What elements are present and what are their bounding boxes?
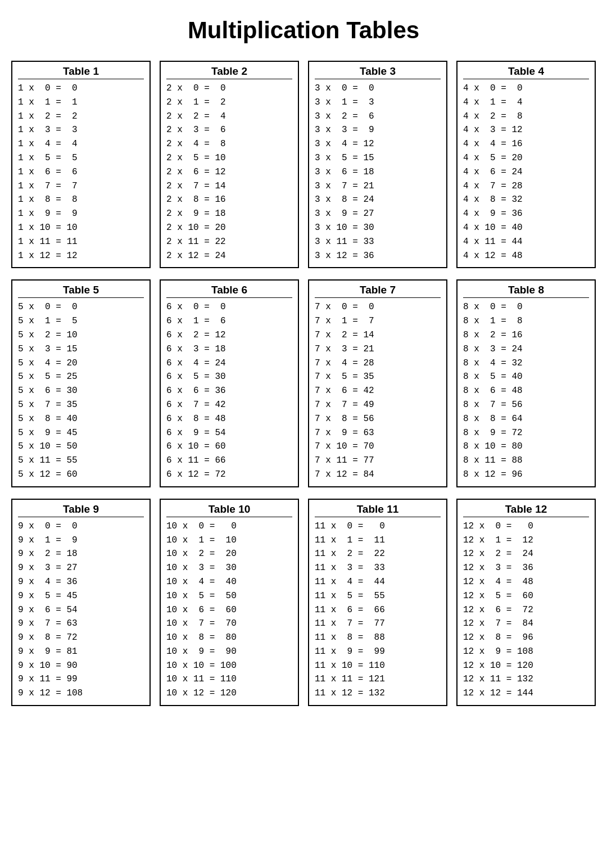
table-row: 12 x 0 = 0 — [463, 519, 589, 534]
table-1: Table 11 x 0 = 01 x 1 = 11 x 2 = 21 x 3 … — [11, 61, 151, 268]
table-row: 11 x 2 = 22 — [315, 547, 441, 561]
table-row: 1 x 9 = 9 — [18, 207, 144, 221]
table-row: 12 x 12 = 144 — [463, 686, 589, 700]
table-row: 3 x 6 = 18 — [315, 165, 441, 179]
table-row: 10 x 11 = 110 — [166, 672, 292, 686]
table-row: 1 x 3 = 3 — [18, 123, 144, 137]
table-row: 8 x 4 = 32 — [463, 356, 589, 370]
table-row: 11 x 10 = 110 — [315, 659, 441, 673]
table-title-5: Table 5 — [18, 284, 144, 298]
table-row: 5 x 5 = 25 — [18, 370, 144, 384]
table-row: 10 x 0 = 0 — [166, 519, 292, 534]
table-row: 9 x 9 = 81 — [18, 645, 144, 659]
table-row: 7 x 11 = 77 — [315, 454, 441, 468]
table-12: Table 1212 x 0 = 012 x 1 = 1212 x 2 = 24… — [456, 499, 596, 706]
table-row: 8 x 2 = 16 — [463, 328, 589, 342]
table-row: 10 x 4 = 40 — [166, 575, 292, 589]
page-title: Multiplication Tables — [11, 17, 596, 44]
table-row: 10 x 3 = 30 — [166, 561, 292, 575]
table-row: 1 x 10 = 10 — [18, 221, 144, 235]
table-row: 2 x 9 = 18 — [166, 207, 292, 221]
table-row: 4 x 4 = 16 — [463, 137, 589, 151]
table-row: 3 x 9 = 27 — [315, 207, 441, 221]
table-row: 5 x 11 = 55 — [18, 454, 144, 468]
table-9: Table 99 x 0 = 09 x 1 = 99 x 2 = 189 x 3… — [11, 499, 151, 706]
table-row: 6 x 10 = 60 — [166, 440, 292, 454]
table-6: Table 66 x 0 = 06 x 1 = 66 x 2 = 126 x 3… — [160, 279, 299, 487]
table-row: 2 x 1 = 2 — [166, 96, 292, 110]
table-title-6: Table 6 — [166, 284, 292, 298]
table-title-4: Table 4 — [463, 65, 589, 79]
table-row: 3 x 10 = 30 — [315, 221, 441, 235]
table-title-10: Table 10 — [166, 503, 292, 517]
table-row: 11 x 9 = 99 — [315, 645, 441, 659]
table-row: 9 x 11 = 99 — [18, 672, 144, 686]
table-row: 12 x 11 = 132 — [463, 672, 589, 686]
table-row: 10 x 12 = 120 — [166, 686, 292, 700]
table-row: 9 x 0 = 0 — [18, 519, 144, 534]
table-row: 10 x 1 = 10 — [166, 534, 292, 548]
table-row: 12 x 2 = 24 — [463, 547, 589, 561]
table-row: 2 x 12 = 24 — [166, 249, 292, 263]
table-row: 8 x 11 = 88 — [463, 454, 589, 468]
table-row: 3 x 3 = 9 — [315, 123, 441, 137]
table-title-1: Table 1 — [18, 65, 144, 79]
table-row: 4 x 10 = 40 — [463, 221, 589, 235]
table-row: 4 x 9 = 36 — [463, 207, 589, 221]
table-row: 11 x 6 = 66 — [315, 603, 441, 617]
table-row: 3 x 8 = 24 — [315, 193, 441, 207]
table-row: 8 x 5 = 40 — [463, 370, 589, 384]
table-row: 7 x 5 = 35 — [315, 370, 441, 384]
table-row: 12 x 10 = 120 — [463, 659, 589, 673]
table-row: 4 x 0 = 0 — [463, 82, 589, 96]
table-row: 6 x 3 = 18 — [166, 342, 292, 356]
table-row: 7 x 1 = 7 — [315, 314, 441, 328]
table-row: 9 x 8 = 72 — [18, 631, 144, 645]
table-row: 12 x 6 = 72 — [463, 603, 589, 617]
table-row: 3 x 0 = 0 — [315, 82, 441, 96]
table-row: 9 x 3 = 27 — [18, 561, 144, 575]
table-row: 10 x 6 = 60 — [166, 603, 292, 617]
table-row: 1 x 7 = 7 — [18, 179, 144, 193]
table-10: Table 1010 x 0 = 010 x 1 = 1010 x 2 = 20… — [160, 499, 299, 706]
table-row: 8 x 8 = 64 — [463, 412, 589, 426]
table-row: 12 x 1 = 12 — [463, 534, 589, 548]
table-row: 8 x 7 = 56 — [463, 398, 589, 412]
table-3: Table 33 x 0 = 03 x 1 = 33 x 2 = 63 x 3 … — [308, 61, 447, 268]
table-row: 11 x 4 = 44 — [315, 575, 441, 589]
table-row: 12 x 5 = 60 — [463, 589, 589, 603]
table-row: 6 x 2 = 12 — [166, 328, 292, 342]
table-row: 4 x 11 = 44 — [463, 235, 589, 249]
table-row: 6 x 12 = 72 — [166, 468, 292, 482]
table-row: 7 x 8 = 56 — [315, 412, 441, 426]
table-row: 9 x 12 = 108 — [18, 686, 144, 700]
table-row: 5 x 2 = 10 — [18, 328, 144, 342]
table-11: Table 1111 x 0 = 011 x 1 = 1111 x 2 = 22… — [308, 499, 447, 706]
table-row: 5 x 4 = 20 — [18, 356, 144, 370]
table-row: 5 x 3 = 15 — [18, 342, 144, 356]
table-row: 2 x 11 = 22 — [166, 235, 292, 249]
table-row: 2 x 7 = 14 — [166, 179, 292, 193]
table-row: 5 x 1 = 5 — [18, 314, 144, 328]
table-row: 6 x 5 = 30 — [166, 370, 292, 384]
table-title-3: Table 3 — [315, 65, 441, 79]
table-row: 10 x 5 = 50 — [166, 589, 292, 603]
table-row: 12 x 3 = 36 — [463, 561, 589, 575]
table-row: 4 x 5 = 20 — [463, 151, 589, 165]
table-row: 10 x 10 = 100 — [166, 659, 292, 673]
table-title-8: Table 8 — [463, 284, 589, 298]
table-row: 1 x 11 = 11 — [18, 235, 144, 249]
table-row: 10 x 7 = 70 — [166, 617, 292, 631]
table-row: 2 x 3 = 6 — [166, 123, 292, 137]
table-row: 8 x 0 = 0 — [463, 300, 589, 314]
table-row: 11 x 3 = 33 — [315, 561, 441, 575]
table-row: 3 x 2 = 6 — [315, 110, 441, 124]
table-row: 8 x 1 = 8 — [463, 314, 589, 328]
table-row: 5 x 8 = 40 — [18, 412, 144, 426]
table-title-12: Table 12 — [463, 503, 589, 517]
table-row: 12 x 4 = 48 — [463, 575, 589, 589]
table-row: 12 x 9 = 108 — [463, 645, 589, 659]
table-row: 2 x 8 = 16 — [166, 193, 292, 207]
table-row: 6 x 0 = 0 — [166, 300, 292, 314]
table-row: 2 x 4 = 8 — [166, 137, 292, 151]
